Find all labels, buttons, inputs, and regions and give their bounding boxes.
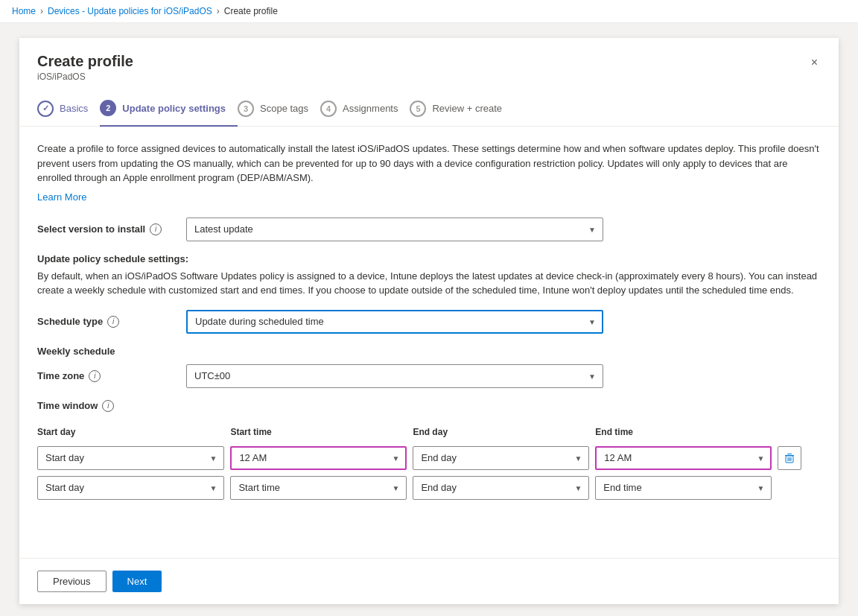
step-scope-tags[interactable]: 3 Scope tags	[238, 92, 320, 126]
modal-content: Create a profile to force assigned devic…	[19, 127, 839, 558]
step-scope-tags-circle: 3	[238, 101, 254, 117]
svg-rect-1	[787, 454, 792, 454]
row1-start-time-select[interactable]: 12 AM 1 AM2 AM6 AM12 PM	[230, 446, 407, 470]
schedule-table: Start day Start time End day End time	[37, 424, 821, 503]
row1-end-time-select[interactable]: 12 AM 1 AM6 AM12 PM	[595, 446, 772, 470]
row1-end-time-cell: 12 AM 1 AM6 AM12 PM ▼	[595, 443, 778, 473]
schedule-type-row: Schedule type i Update at next check-in …	[37, 310, 821, 334]
schedule-heading: Update policy schedule settings:	[37, 253, 821, 264]
step-assignments[interactable]: 4 Assignments	[320, 92, 410, 126]
table-row: Start day MondayTuesdayWednesday Thursda…	[37, 443, 821, 473]
breadcrumb-sep-1: ›	[40, 6, 43, 16]
description-text: Create a profile to force assigned devic…	[37, 142, 821, 185]
version-select[interactable]: Latest update iOS 17 iOS 16 iOS 15	[186, 217, 603, 241]
row2-end-day-cell: End day MondayTuesday ▼	[413, 473, 595, 503]
breadcrumb-current: Create profile	[224, 6, 278, 16]
th-end-time: End time	[595, 424, 778, 443]
modal-title: Create profile	[37, 53, 133, 70]
table-row: Start day MondayTuesday ▼ Start time	[37, 473, 821, 503]
timezone-label: Time zone i	[37, 370, 186, 382]
breadcrumb-devices[interactable]: Devices - Update policies for iOS/iPadOS	[48, 6, 212, 16]
version-label: Select version to install i	[37, 223, 186, 235]
trash-icon	[784, 453, 795, 463]
row2-start-day-cell: Start day MondayTuesday ▼	[37, 473, 230, 503]
breadcrumb: Home › Devices - Update policies for iOS…	[0, 0, 858, 23]
step-basics-label: Basics	[60, 103, 88, 114]
th-end-day: End day	[413, 424, 595, 443]
time-window-info-icon[interactable]: i	[102, 400, 114, 412]
step-basics-check: ✓	[42, 104, 49, 113]
schedule-type-label: Schedule type i	[37, 316, 186, 328]
schedule-type-select-wrapper: Update at next check-in Update during sc…	[186, 310, 603, 334]
step-review-circle: 5	[410, 101, 426, 117]
row1-delete-button[interactable]	[778, 446, 801, 470]
next-button[interactable]: Next	[112, 571, 162, 592]
wizard-steps: ✓ Basics 2 Update policy settings 3 Scop…	[19, 91, 839, 127]
row2-start-time-select[interactable]: Start time 12 AM1 AM	[230, 476, 407, 500]
breadcrumb-home[interactable]: Home	[12, 6, 36, 16]
step-update-policy[interactable]: 2 Update policy settings	[100, 91, 238, 127]
th-start-time: Start time	[230, 424, 413, 443]
row2-start-day-select[interactable]: Start day MondayTuesday	[37, 476, 224, 500]
th-start-day: Start day	[37, 424, 230, 443]
row2-action-cell	[778, 473, 821, 503]
modal-header: Create profile iOS/iPadOS ×	[19, 38, 839, 91]
schedule-type-info-icon[interactable]: i	[107, 316, 119, 328]
step-assignments-label: Assignments	[343, 103, 398, 114]
row2-start-time-cell: Start time 12 AM1 AM ▼	[230, 473, 413, 503]
version-info-icon[interactable]: i	[150, 223, 162, 235]
step-basics-circle: ✓	[37, 101, 54, 117]
schedule-description: By default, when an iOS/iPadOS Software …	[37, 269, 821, 298]
row1-delete-cell	[778, 443, 821, 473]
breadcrumb-sep-2: ›	[217, 6, 220, 16]
step-basics[interactable]: ✓ Basics	[37, 92, 100, 126]
row1-end-day-cell: End day MondayTuesdayWednesday ThursdayF…	[413, 443, 595, 473]
timezone-info-icon[interactable]: i	[89, 370, 101, 382]
row1-start-time-cell: 12 AM 1 AM2 AM6 AM12 PM ▼	[230, 443, 413, 473]
create-profile-modal: Create profile iOS/iPadOS × ✓ Basics 2 U…	[19, 38, 839, 604]
th-action	[778, 424, 821, 443]
modal-footer: Previous Next	[19, 558, 839, 604]
step-assignments-circle: 4	[320, 101, 337, 117]
weekly-schedule-label: Weekly schedule	[37, 346, 821, 357]
close-button[interactable]: ×	[808, 53, 821, 72]
timezone-select-wrapper: UTC±00 UTC-05:00 UTC+01:00 ▼	[186, 364, 603, 388]
previous-button[interactable]: Previous	[37, 571, 107, 592]
step-update-policy-circle: 2	[100, 100, 116, 116]
modal-subtitle: iOS/iPadOS	[37, 72, 133, 82]
row1-end-day-select[interactable]: End day MondayTuesdayWednesday ThursdayF…	[413, 446, 589, 470]
schedule-type-select[interactable]: Update at next check-in Update during sc…	[186, 310, 603, 334]
timezone-row: Time zone i UTC±00 UTC-05:00 UTC+01:00 ▼	[37, 364, 821, 388]
row1-start-day-cell: Start day MondayTuesdayWednesday Thursda…	[37, 443, 230, 473]
version-select-wrapper: Latest update iOS 17 iOS 16 iOS 15 ▼	[186, 217, 603, 241]
step-update-policy-label: Update policy settings	[122, 103, 226, 114]
time-window-label: Time window i	[37, 400, 821, 412]
timezone-select[interactable]: UTC±00 UTC-05:00 UTC+01:00	[186, 364, 603, 388]
step-review[interactable]: 5 Review + create	[410, 92, 514, 126]
row2-end-time-cell: End time 12 AM ▼	[595, 473, 778, 503]
version-row: Select version to install i Latest updat…	[37, 217, 821, 241]
row2-end-day-select[interactable]: End day MondayTuesday	[413, 476, 589, 500]
row2-end-time-select[interactable]: End time 12 AM	[595, 476, 772, 500]
row1-start-day-select[interactable]: Start day MondayTuesdayWednesday Thursda…	[37, 446, 224, 470]
step-scope-tags-label: Scope tags	[260, 103, 308, 114]
step-review-label: Review + create	[432, 103, 502, 114]
learn-more-link[interactable]: Learn More	[37, 191, 86, 203]
